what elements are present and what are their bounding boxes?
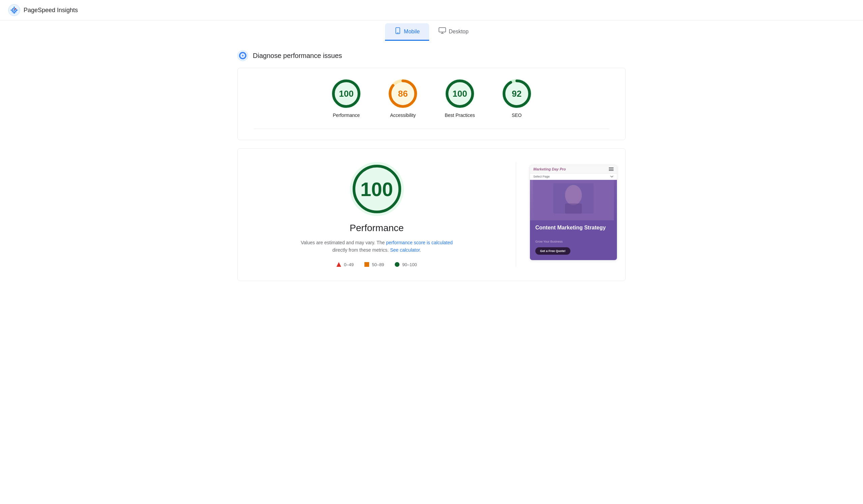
legend-triangle-icon <box>336 262 341 267</box>
header: PageSpeed Insights <box>0 0 863 21</box>
legend-dot-icon <box>395 262 399 267</box>
preview-hero <box>530 180 617 220</box>
score-circle-performance: 100 <box>332 79 361 108</box>
preview-nav: Select Page <box>530 173 617 180</box>
score-circle-accessibility: 86 <box>388 79 418 108</box>
legend-item-good: 90–100 <box>395 262 417 267</box>
legend-square-icon <box>364 262 369 267</box>
svg-point-14 <box>240 53 246 58</box>
scores-row: 100 Performance 86 Accessibility <box>254 79 609 129</box>
perf-score-link[interactable]: performance score is calculated <box>386 240 453 245</box>
preview-hero-img <box>530 180 617 220</box>
large-performance-score: 100 <box>360 178 393 201</box>
legend-range-good: 90–100 <box>402 262 417 267</box>
svg-rect-31 <box>533 180 614 220</box>
tab-mobile-label: Mobile <box>404 29 420 35</box>
large-performance-circle: 100 <box>350 162 404 216</box>
main-content: Diagnose performance issues 100 Performa… <box>229 41 634 281</box>
score-label-performance: Performance <box>333 113 360 118</box>
score-label-best-practices: Best Practices <box>445 113 475 118</box>
tab-desktop[interactable]: Desktop <box>429 23 478 41</box>
score-item-seo[interactable]: 92 SEO <box>502 79 531 118</box>
score-item-best-practices[interactable]: 100 Best Practices <box>445 79 475 118</box>
preview-body: Grow Your Business Get a Free Quote! <box>530 237 617 260</box>
legend-range-average: 50–89 <box>372 262 384 267</box>
performance-detail-title: Performance <box>350 223 403 233</box>
legend: 0–49 50–89 90–100 <box>336 262 417 267</box>
legend-item-bad: 0–49 <box>336 262 354 267</box>
svg-rect-10 <box>439 28 446 32</box>
preview-cta[interactable]: Get a Free Quote! <box>535 247 571 255</box>
logo-container: PageSpeed Insights <box>8 4 78 16</box>
tab-bar: Mobile Desktop <box>0 21 863 41</box>
preview-phone: Marketing Day Pro Select Page <box>529 165 617 260</box>
tab-mobile[interactable]: Mobile <box>385 23 429 41</box>
perf-desc-prefix: Values are estimated and may vary. The <box>301 240 386 245</box>
desktop-icon <box>439 27 446 36</box>
preview-desc-text: Grow Your Business <box>535 240 612 244</box>
score-circle-best-practices: 100 <box>445 79 475 108</box>
perf-desc-middle: directly from these metrics. <box>333 247 390 253</box>
score-value-accessibility: 86 <box>398 89 408 99</box>
score-circle-seo: 92 <box>502 79 531 108</box>
section-header: Diagnose performance issues <box>237 41 626 68</box>
preview-nav-text: Select Page <box>533 175 550 178</box>
mobile-icon <box>395 27 401 36</box>
score-value-seo: 92 <box>512 89 522 99</box>
performance-left: 100 Performance Values are estimated and… <box>238 162 516 267</box>
section-header-icon <box>237 50 248 61</box>
svg-point-7 <box>13 10 15 11</box>
preview-menu-icon <box>609 167 614 171</box>
preview-content-title: Content Marketing Strategy <box>535 224 612 231</box>
score-item-accessibility[interactable]: 86 Accessibility <box>388 79 418 118</box>
legend-range-bad: 0–49 <box>344 262 354 267</box>
performance-right: Marketing Day Pro Select Page <box>529 165 617 260</box>
score-value-performance: 100 <box>339 89 354 99</box>
performance-detail-section: 100 Performance Values are estimated and… <box>237 148 626 281</box>
tab-desktop-label: Desktop <box>449 29 468 35</box>
score-label-accessibility: Accessibility <box>390 113 416 118</box>
perf-calculator-link[interactable]: See calculator <box>390 247 420 253</box>
svg-point-15 <box>242 55 244 56</box>
legend-item-average: 50–89 <box>364 262 384 267</box>
preview-site-name: Marketing Day Pro <box>533 167 566 171</box>
preview-purple-section: Content Marketing Strategy <box>530 220 617 237</box>
section-title: Diagnose performance issues <box>253 52 342 60</box>
scores-card: 100 Performance 86 Accessibility <box>237 68 626 140</box>
score-item-performance[interactable]: 100 Performance <box>332 79 361 118</box>
performance-desc: Values are estimated and may vary. The p… <box>299 239 454 254</box>
perf-desc-suffix: . <box>420 247 421 253</box>
app-title: PageSpeed Insights <box>24 7 78 14</box>
score-label-seo: SEO <box>512 113 522 118</box>
pagespeed-logo-icon <box>8 4 20 16</box>
svg-point-16 <box>242 55 243 56</box>
score-value-best-practices: 100 <box>452 89 467 99</box>
svg-point-13 <box>238 51 248 61</box>
preview-phone-header: Marketing Day Pro <box>530 165 617 173</box>
